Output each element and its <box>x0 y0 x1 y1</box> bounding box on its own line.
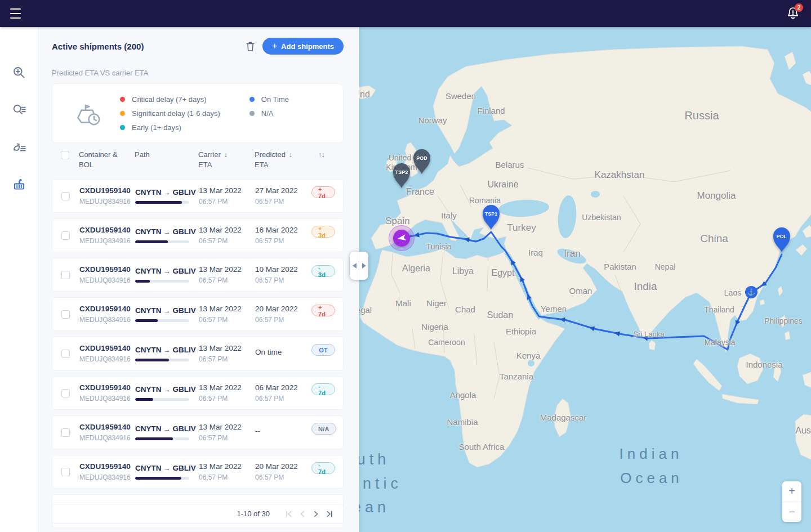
map-label: Egypt <box>492 268 515 278</box>
table-row[interactable]: CXDU1959140 MEDUJQ834916 CNYTN→GBLIV 13 … <box>52 258 344 292</box>
predicted-eta-date: On time <box>255 348 311 356</box>
sort-both-icon[interactable]: ↑↓ <box>311 150 344 160</box>
chevron-left-icon <box>353 263 357 269</box>
container-id: CXDU1959140 <box>79 462 135 471</box>
waypoint-anchor-marker[interactable]: ⚓ <box>745 286 757 298</box>
panel-resize-handle[interactable] <box>350 252 368 280</box>
progress-fill <box>135 319 158 322</box>
map-label: Malaysia <box>704 338 735 347</box>
legend-dot-icon <box>120 111 125 116</box>
origin-code: CNYTN <box>135 424 162 433</box>
row-checkbox[interactable] <box>61 231 70 240</box>
shipment-search-icon[interactable] <box>0 97 38 123</box>
map-label: antic <box>359 475 402 493</box>
zoom-in-button[interactable]: + <box>782 481 801 502</box>
expand-right-button[interactable] <box>359 252 368 280</box>
arrow-right-icon: → <box>164 464 171 472</box>
map-label: Kenya <box>516 351 541 360</box>
collapse-left-button[interactable] <box>350 252 359 280</box>
map-label: Sudan <box>487 310 513 320</box>
map-label: Tunisia <box>426 242 452 251</box>
ship-clock-icon <box>72 97 104 129</box>
table-row[interactable]: CXDU1959140 MEDUJQ834916 CNYTN→GBLIV 13 … <box>52 297 344 331</box>
table-row[interactable]: CXDU1959140 MEDUJQ834916 CNYTN→GBLIV 13 … <box>52 179 344 213</box>
table-row[interactable]: CXDU1959140 MEDUJQ834916 CNYTN→GBLIV 13 … <box>52 337 344 370</box>
map-zoom-controls: + − <box>782 481 801 522</box>
legend-dot-icon <box>249 111 255 116</box>
legend-item: Early (1+ days) <box>120 123 220 132</box>
table-row[interactable]: CXDU1959140 MEDUJQ834916 CNYTN→GBLIV 13 … <box>52 376 344 410</box>
arrow-right-icon: → <box>164 228 171 236</box>
table-row[interactable]: CXDU1959140 MEDUJQ834916 CNYTN→GBLIV 13 … <box>52 455 344 489</box>
route-path: CNYTN→GBLIV <box>135 227 199 236</box>
prev-page-button[interactable] <box>296 507 309 521</box>
row-checkbox[interactable] <box>61 350 70 358</box>
chevron-right-icon <box>362 263 366 269</box>
predicted-eta-time: 06:57 PM <box>255 237 311 245</box>
carrier-eta-time: 06:57 PM <box>199 434 255 442</box>
row-checkbox[interactable] <box>61 468 70 476</box>
delete-shipments-button[interactable] <box>243 39 258 53</box>
notification-badge: 2 <box>795 3 803 12</box>
map-label: Kazakhstan <box>595 169 645 181</box>
progress-fill <box>135 437 173 440</box>
destination-code: GBLIV <box>173 188 196 196</box>
predicted-eta-date: 20 Mar 2022 <box>255 305 311 313</box>
next-page-button[interactable] <box>309 507 323 521</box>
map-pin-pod[interactable]: POD <box>412 148 431 176</box>
select-all-checkbox[interactable] <box>61 151 69 159</box>
search-plus-icon[interactable] <box>0 60 38 86</box>
table-row[interactable]: CXDU1959140 MEDUJQ834916 CNYTN→GBLIV 13 … <box>52 218 344 252</box>
table-row[interactable]: CXDU1959140 MEDUJQ834916 CNYTN→GBLIV 13 … <box>52 415 344 449</box>
destination-code: GBLIV <box>173 346 196 354</box>
bol-number: MEDUJQ834916 <box>79 434 135 442</box>
map-pin-tsp1[interactable]: TSP1 <box>482 204 501 232</box>
map-pin-tsp2[interactable]: TSP2 <box>392 162 411 190</box>
map[interactable]: ⚓ + − ndSwedenFinlandNorwayRussiaBelarus… <box>359 27 811 532</box>
map-label: Angola <box>450 390 476 400</box>
col-predicted-eta[interactable]: Predicted↓ETA <box>255 150 311 169</box>
destination-code: GBLIV <box>173 424 196 433</box>
row-checkbox[interactable] <box>61 428 70 437</box>
col-container-bol: Container &BOL <box>79 150 135 169</box>
map-label: Iraq <box>528 248 543 257</box>
svg-text:POD: POD <box>416 155 427 161</box>
predicted-eta-date: 06 Mar 2022 <box>255 383 311 392</box>
row-checkbox[interactable] <box>61 192 70 200</box>
map-label: Oman <box>569 286 592 296</box>
notifications-button[interactable]: 2 <box>785 6 801 21</box>
port-container-icon[interactable] <box>0 171 38 197</box>
map-label: Norway <box>418 115 447 125</box>
map-label: Chad <box>455 305 475 314</box>
vessel-list-icon[interactable] <box>0 134 38 160</box>
map-label: Thailand <box>704 305 734 314</box>
arrow-right-icon: → <box>164 307 171 315</box>
first-page-button[interactable] <box>282 507 296 521</box>
row-checkbox[interactable] <box>61 271 70 279</box>
last-page-button[interactable] <box>323 507 336 521</box>
row-checkbox[interactable] <box>61 389 70 397</box>
eta-delta-badge: OT <box>311 344 335 356</box>
map-pin-pol[interactable]: POL <box>772 226 791 254</box>
map-label: Aus <box>795 426 811 436</box>
arrow-right-icon: → <box>164 346 171 354</box>
col-carrier-eta[interactable]: Carrier↓ETA <box>198 150 255 169</box>
zoom-out-button[interactable]: − <box>782 502 801 522</box>
legend-label: N/A <box>261 109 274 118</box>
svg-text:POL: POL <box>777 234 787 239</box>
current-position-marker[interactable] <box>389 225 415 251</box>
pagination-range: 1-10 of 30 <box>237 509 270 518</box>
container-id: CXDU1959140 <box>79 265 135 274</box>
hamburger-menu-icon[interactable] <box>10 8 24 19</box>
row-checkbox[interactable] <box>61 310 70 319</box>
legend-item: On Time <box>249 95 289 104</box>
route-path: CNYTN→GBLIV <box>135 464 199 472</box>
eta-delta-badge: - 7d <box>311 462 335 474</box>
progress-bar <box>135 280 189 283</box>
arrow-right-icon: → <box>164 425 171 433</box>
add-shipments-button[interactable]: + Add shipments <box>262 38 344 55</box>
destination-code: GBLIV <box>173 385 196 394</box>
bol-number: MEDUJQ834916 <box>79 237 135 245</box>
carrier-eta-date: 13 Mar 2022 <box>199 186 255 195</box>
map-label: Indian <box>620 445 683 463</box>
